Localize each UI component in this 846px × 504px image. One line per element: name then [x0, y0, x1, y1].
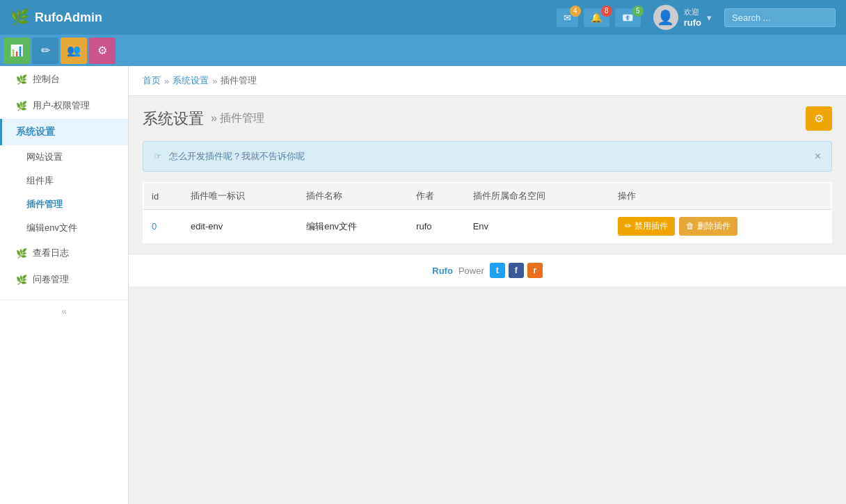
- footer-text: Power: [458, 266, 484, 276]
- sidebar-sub-label: 网站设置: [26, 152, 63, 162]
- twitter-icon[interactable]: t: [490, 263, 505, 278]
- table-body: 0 edit-env 编辑env文件 rufo Env ✏ 禁用插件: [143, 210, 832, 243]
- sidebar-item-website-settings[interactable]: 网站设置: [0, 145, 128, 169]
- col-identifier: 插件唯一标识: [182, 183, 298, 210]
- gear-icon: ⚙: [814, 113, 824, 124]
- sidebar-item-surveys[interactable]: 🌿 问卷管理: [0, 266, 128, 293]
- users-toolbar-btn[interactable]: 👥: [61, 38, 87, 64]
- users-icon: 👥: [67, 44, 81, 57]
- leaf-icon: 🌿: [16, 248, 27, 259]
- dashboard-toolbar-btn[interactable]: 📊: [3, 38, 30, 64]
- breadcrumb: 首页 » 系统设置 » 插件管理: [129, 66, 846, 96]
- brand-name: RufoAdmin: [35, 10, 102, 25]
- message-btn[interactable]: ✉ 4: [557, 8, 578, 27]
- sidebar-sub-label: 组件库: [26, 175, 54, 186]
- close-icon: ×: [815, 150, 821, 162]
- email-icon: 📧: [622, 13, 634, 23]
- brand: 🌿 RufoAdmin: [10, 8, 102, 26]
- top-navbar: 🌿 RufoAdmin ✉ 4 🔔 8 📧 5 👤 欢迎 rufo ▾: [0, 0, 846, 35]
- message-badge: 4: [570, 6, 581, 17]
- notification-btn[interactable]: 🔔 8: [584, 8, 609, 27]
- sidebar-item-label: 查看日志: [33, 247, 69, 259]
- plugin-id-link[interactable]: 0: [152, 221, 157, 231]
- info-text: ☞ 怎么开发插件呢？我就不告诉你呢: [154, 150, 305, 163]
- pencil-icon: ✏: [625, 221, 634, 231]
- page-header: 系统设置 » 插件管理 ⚙: [143, 106, 832, 131]
- info-message: 怎么开发插件呢？我就不告诉你呢: [169, 151, 305, 161]
- pencil-icon: ✏: [41, 44, 50, 57]
- disable-plugin-btn[interactable]: ✏ 禁用插件: [618, 217, 674, 236]
- info-banner: ☞ 怎么开发插件呢？我就不告诉你呢 ×: [143, 141, 832, 172]
- cell-namespace: Env: [465, 210, 610, 243]
- cell-id: 0: [143, 210, 182, 243]
- main-layout: 🌿 控制台 🌿 用户-权限管理 系统设置 网站设置 组件库 插件管理 编辑env…: [0, 66, 846, 504]
- col-id: id: [143, 183, 182, 210]
- chevron-left-icon: «: [61, 306, 66, 316]
- plugin-table: id 插件唯一标识 插件名称 作者 插件所属命名空间 操作 0 edit-env: [143, 182, 832, 243]
- sidebar-item-components[interactable]: 组件库: [0, 169, 128, 193]
- breadcrumb-sep2: »: [212, 76, 217, 86]
- sidebar: 🌿 控制台 🌿 用户-权限管理 系统设置 网站设置 组件库 插件管理 编辑env…: [0, 66, 129, 504]
- sidebar-sub-label: 插件管理: [26, 199, 63, 209]
- breadcrumb-home[interactable]: 首页: [143, 74, 161, 87]
- sidebar-item-label: 控制台: [33, 73, 60, 86]
- trash-icon: 🗑: [686, 221, 696, 231]
- disable-label: 禁用插件: [634, 221, 668, 231]
- page-title: 系统设置: [143, 108, 204, 129]
- delete-label: 删除插件: [697, 221, 731, 231]
- leaf-icon: 🌿: [16, 74, 27, 85]
- sidebar-group-system-settings[interactable]: 系统设置: [0, 119, 128, 145]
- sidebar-item-label: 问卷管理: [33, 273, 69, 286]
- edit-toolbar-btn[interactable]: ✏: [32, 38, 58, 64]
- cell-name: 编辑env文件: [298, 210, 408, 243]
- leaf-icon: 🌿: [16, 101, 27, 111]
- delete-plugin-btn[interactable]: 🗑 删除插件: [679, 217, 737, 236]
- rss-icon[interactable]: r: [527, 263, 543, 278]
- settings-gear-btn[interactable]: ⚙: [806, 106, 832, 131]
- username-text: rufo: [684, 17, 701, 28]
- chevron-down-icon: ▾: [707, 13, 712, 23]
- facebook-icon[interactable]: f: [509, 263, 524, 278]
- brand-leaf-icon: 🌿: [10, 8, 29, 26]
- sidebar-sub-label: 编辑env文件: [26, 222, 77, 233]
- page-body: 系统设置 » 插件管理 ⚙ ☞ 怎么开发插件呢？我就不告诉你呢 ×: [129, 96, 846, 254]
- settings-toolbar-btn[interactable]: ⚙: [89, 38, 115, 64]
- main-content: 首页 » 系统设置 » 插件管理 系统设置 » 插件管理 ⚙ ☞ 怎么开发插件呢…: [129, 66, 846, 504]
- bell-icon: 🔔: [591, 13, 602, 23]
- leaf-icon: 🌿: [16, 275, 27, 285]
- cell-actions: ✏ 禁用插件 🗑 删除插件: [609, 210, 831, 243]
- sidebar-item-logs[interactable]: 🌿 查看日志: [0, 240, 128, 266]
- sidebar-item-dashboard[interactable]: 🌿 控制台: [0, 66, 128, 92]
- info-icon: ☞: [154, 151, 162, 161]
- breadcrumb-sep1: »: [164, 76, 169, 86]
- sidebar-item-user-management[interactable]: 🌿 用户-权限管理: [0, 92, 128, 119]
- sidebar-item-plugin-management[interactable]: 插件管理: [0, 193, 128, 216]
- footer: Rufo Power t f r: [129, 254, 846, 286]
- user-info: 欢迎 rufo: [684, 7, 701, 28]
- email-btn[interactable]: 📧 5: [615, 8, 641, 27]
- footer-social: t f r: [490, 263, 543, 278]
- col-name: 插件名称: [298, 183, 408, 210]
- info-banner-close-btn[interactable]: ×: [815, 150, 821, 163]
- sidebar-collapse-btn[interactable]: «: [0, 300, 128, 322]
- avatar: 👤: [653, 5, 678, 30]
- table-row: 0 edit-env 编辑env文件 rufo Env ✏ 禁用插件: [143, 210, 832, 243]
- email-badge: 5: [632, 6, 644, 17]
- chart-icon: 📊: [10, 44, 24, 57]
- col-namespace: 插件所属命名空间: [465, 183, 610, 210]
- page-subtitle: » 插件管理: [211, 111, 264, 126]
- user-menu[interactable]: 👤 欢迎 rufo ▾: [646, 1, 719, 33]
- breadcrumb-system-settings[interactable]: 系统设置: [173, 74, 209, 87]
- col-author: 作者: [408, 183, 464, 210]
- table-header: id 插件唯一标识 插件名称 作者 插件所属命名空间 操作: [143, 183, 832, 210]
- share-icon: ⚙: [97, 44, 107, 57]
- search-input[interactable]: [724, 8, 836, 27]
- breadcrumb-current: 插件管理: [221, 74, 257, 87]
- footer-brand: Rufo: [432, 266, 453, 276]
- sidebar-item-label: 用户-权限管理: [33, 99, 90, 112]
- sidebar-item-edit-env[interactable]: 编辑env文件: [0, 216, 128, 240]
- icon-toolbar: 📊 ✏ 👥 ⚙: [0, 35, 846, 66]
- greeting-text: 欢迎: [684, 7, 701, 17]
- sidebar-group-label: 系统设置: [16, 126, 55, 137]
- cell-author: rufo: [408, 210, 464, 243]
